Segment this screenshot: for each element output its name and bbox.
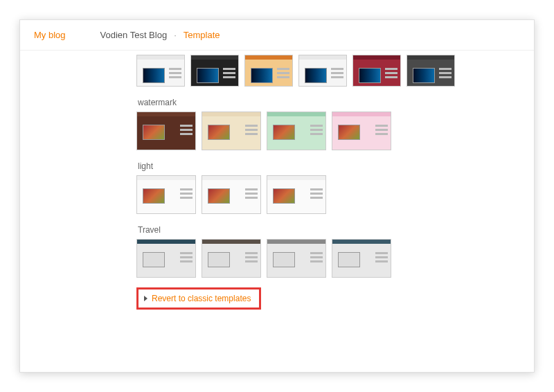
template-thumbnail[interactable]: [136, 55, 185, 87]
template-thumbnail[interactable]: [267, 112, 326, 150]
thumb-body: [137, 116, 195, 150]
thumb-sidebar-lines: [245, 125, 258, 137]
thumb-sidebar-lines: [180, 188, 193, 201]
thumb-body: [137, 60, 184, 86]
thumb-preview-image: [208, 188, 230, 204]
template-thumbnail[interactable]: [202, 112, 261, 150]
template-thumbnail[interactable]: [202, 175, 261, 214]
template-row-light: [136, 175, 534, 214]
template-thumbnail[interactable]: [267, 239, 326, 278]
thumb-sidebar-lines: [375, 125, 388, 137]
template-thumbnail[interactable]: [136, 175, 196, 214]
revert-label: Revert to classic templates: [152, 294, 251, 303]
thumb-preview-image: [359, 68, 381, 83]
template-thumbnail[interactable]: [202, 239, 261, 278]
category-title-light: light: [138, 161, 534, 171]
thumb-preview-image: [338, 252, 360, 267]
thumb-preview-image: [197, 68, 219, 83]
thumb-body: [332, 116, 391, 150]
template-thumbnail[interactable]: [298, 55, 347, 87]
template-thumbnail[interactable]: [267, 175, 326, 214]
thumb-preview-image: [251, 68, 273, 83]
template-gallery: watermarklightTravel Revert to classic t…: [20, 55, 534, 319]
blog-name: Vodien Test Blog: [100, 30, 168, 40]
thumb-sidebar-lines: [245, 252, 258, 265]
template-thumbnail[interactable]: [190, 55, 239, 87]
thumb-sidebar-lines: [180, 125, 193, 137]
thumb-preview-image: [338, 125, 360, 140]
revert-highlight-box: Revert to classic templates: [136, 287, 261, 310]
template-thumbnail[interactable]: [136, 239, 196, 278]
template-thumbnail[interactable]: [352, 55, 401, 87]
thumb-sidebar-lines: [439, 68, 452, 80]
thumb-body: [202, 180, 260, 213]
expand-icon: [144, 296, 148, 301]
thumb-sidebar-lines: [223, 68, 235, 80]
thumb-sidebar-lines: [375, 252, 388, 265]
thumb-preview-image: [208, 252, 230, 267]
thumb-sidebar-lines: [245, 188, 258, 201]
thumb-sidebar-lines: [310, 125, 323, 137]
thumb-body: [137, 244, 195, 277]
header-bar: My blog Vodien Test Blog · Template: [20, 20, 534, 51]
template-thumbnail[interactable]: [244, 55, 293, 87]
thumb-sidebar-lines: [385, 68, 397, 80]
template-row-watermark: [136, 112, 534, 150]
thumb-body: [202, 116, 260, 150]
thumb-sidebar-lines: [310, 188, 323, 201]
category-title-travel: Travel: [138, 225, 534, 235]
thumb-body: [137, 180, 195, 213]
thumb-body: [267, 180, 325, 213]
revert-to-classic-link[interactable]: Revert to classic templates: [144, 294, 251, 303]
thumb-preview-image: [143, 188, 165, 204]
thumb-body: [202, 244, 260, 277]
page-title: Template: [184, 30, 220, 40]
thumb-preview-image: [143, 68, 165, 83]
template-thumbnail[interactable]: [332, 239, 391, 278]
thumb-sidebar-lines: [331, 68, 343, 80]
thumb-body: [267, 244, 325, 277]
breadcrumb-separator: ·: [174, 30, 177, 40]
thumb-sidebar-lines: [169, 68, 181, 80]
thumb-preview-image: [413, 68, 435, 83]
my-blog-link[interactable]: My blog: [34, 30, 66, 40]
thumb-body: [299, 60, 346, 86]
main-panel: My blog Vodien Test Blog · Template wate…: [19, 19, 535, 373]
thumb-preview-image: [273, 125, 295, 140]
template-thumbnail[interactable]: [136, 112, 196, 150]
template-thumbnail[interactable]: [406, 55, 455, 87]
thumb-preview-image: [273, 188, 295, 204]
thumb-body: [245, 60, 292, 86]
thumb-preview-image: [273, 252, 295, 267]
thumb-body: [191, 60, 238, 86]
thumb-sidebar-lines: [277, 68, 289, 80]
thumb-body: [353, 60, 400, 86]
thumb-preview-image: [208, 125, 230, 140]
thumb-preview-image: [143, 125, 165, 140]
thumb-preview-image: [143, 252, 165, 267]
thumb-body: [267, 116, 325, 150]
thumb-sidebar-lines: [310, 252, 323, 265]
template-row-travel: [136, 239, 534, 278]
thumb-preview-image: [305, 68, 327, 83]
category-title-watermark: watermark: [138, 98, 534, 107]
thumb-sidebar-lines: [180, 252, 193, 265]
thumb-body: [407, 60, 454, 86]
template-row-row1: [136, 55, 534, 87]
thumb-body: [332, 244, 391, 277]
template-thumbnail[interactable]: [332, 112, 391, 150]
